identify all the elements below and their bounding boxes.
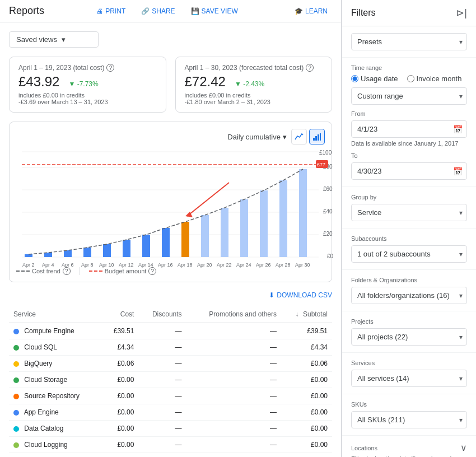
help-icon-card2[interactable]: ? (306, 64, 314, 72)
service-color-dot (13, 377, 19, 383)
time-range-label: Time range (351, 64, 467, 71)
svg-text:Apr 28: Apr 28 (276, 262, 291, 268)
share-button[interactable]: 🔗 SHARE (137, 5, 179, 17)
locations-section: Locations ∨ Filter by location data like… (342, 436, 476, 457)
cell-promotions: — (186, 372, 281, 388)
cell-service: BigQuery (9, 356, 102, 372)
share-icon: 🔗 (141, 7, 150, 15)
help-icon-card1[interactable]: ? (106, 64, 114, 72)
summary-card-actual: April 1 – 19, 2023 (total cost) ? £43.92… (9, 57, 166, 113)
cell-service: Cloud Storage (9, 372, 102, 388)
table-row: Source Repository £0.00 — — £0.00 (9, 388, 332, 404)
calendar-icon-to[interactable]: 📅 (453, 167, 463, 176)
cell-cost: £0.06 (102, 356, 138, 372)
help-icon-budget[interactable]: ? (148, 267, 156, 275)
cell-cost: £0.00 (102, 388, 138, 404)
service-color-dot (13, 442, 19, 448)
presets-select-wrapper: Presets (351, 33, 467, 50)
subaccounts-select[interactable]: 1 out of 2 subaccounts (351, 245, 467, 263)
svg-rect-23 (103, 244, 111, 257)
time-range-radio-group: Usage date Invoice month (351, 74, 467, 83)
invoice-month-radio-label[interactable]: Invoice month (407, 74, 462, 83)
cell-cost: £0.00 (102, 421, 138, 437)
svg-rect-30 (240, 199, 248, 257)
sort-down-icon[interactable]: ↓ (296, 310, 299, 318)
table-row: Compute Engine £39.51 — — £39.51 (9, 323, 332, 339)
locations-label: Locations (351, 445, 377, 451)
print-button[interactable]: 🖨 PRINT (92, 5, 130, 17)
table-header-row: Service Cost Discounts Promotions and ot… (9, 306, 332, 323)
locations-collapse-icon: ∨ (460, 442, 467, 453)
cell-subtotal: £0.00 (281, 372, 332, 388)
table-row: BigQuery £0.06 — — £0.06 (9, 356, 332, 372)
svg-text:Apr 12: Apr 12 (119, 262, 134, 268)
right-panel: Filters ⊳| Presets Time range Usage date… (342, 0, 476, 457)
calendar-icon-from[interactable]: 📅 (453, 125, 463, 134)
locations-collapsible-header[interactable]: Locations ∨ (351, 442, 467, 453)
legend-budget-amount: Budget amount ? (89, 267, 157, 275)
line-chart-button[interactable] (291, 129, 307, 144)
invoice-month-radio[interactable] (407, 75, 414, 82)
service-color-dot (13, 394, 19, 399)
folders-select-wrapper: All folders/organizations (16) (351, 287, 467, 304)
projects-select[interactable]: All projects (22) (351, 328, 467, 346)
table-row: Cloud SQL £4.34 — — £4.34 (9, 339, 332, 356)
table-row: Cloud Logging £0.00 — — £0.00 (9, 437, 332, 453)
chart-type-dropdown[interactable]: Daily cumulative ▾ (227, 133, 287, 141)
cell-promotions: — (186, 323, 281, 339)
folders-label: Folders & Organizations (351, 277, 467, 283)
cell-subtotal: £0.00 (281, 404, 332, 421)
custom-range-select[interactable]: Custom range (351, 87, 467, 105)
collapse-panel-button[interactable]: ⊳| (456, 7, 467, 19)
download-csv-button[interactable]: ⬇ DOWNLOAD CSV (269, 291, 332, 299)
svg-text:Apr 18: Apr 18 (178, 262, 193, 268)
learn-button[interactable]: 🎓 LEARN (290, 5, 332, 17)
svg-rect-31 (260, 190, 268, 257)
left-panel: Reports 🖨 PRINT 🔗 SHARE 💾 SAVE VIEW 🎓 LE… (0, 0, 342, 457)
cell-cost: £4.34 (102, 339, 138, 356)
svg-text:£60: £60 (323, 186, 333, 192)
svg-rect-33 (299, 169, 307, 257)
budget-amount-line-icon (89, 271, 102, 272)
down-arrow-icon: ▼ (68, 80, 75, 88)
service-color-dot (13, 410, 19, 416)
usage-date-radio-label[interactable]: Usage date (351, 74, 398, 83)
presets-select[interactable]: Presets (351, 33, 467, 50)
usage-date-radio[interactable] (351, 75, 358, 82)
cell-discounts: — (138, 421, 186, 437)
cell-discounts: — (138, 388, 186, 404)
svg-text:£77: £77 (317, 162, 325, 167)
filters-title: Filters (351, 8, 376, 18)
chart-area: Daily cumulative ▾ (9, 122, 332, 282)
save-view-button[interactable]: 💾 SAVE VIEW (186, 5, 242, 17)
saved-views-dropdown[interactable]: Saved views ▾ (9, 31, 99, 48)
skus-select[interactable]: All SKUs (211) (351, 411, 467, 428)
svg-rect-20 (44, 253, 52, 257)
help-icon-legend[interactable]: ? (63, 267, 71, 275)
group-by-select[interactable]: Service (351, 204, 467, 221)
table-row: App Engine £0.00 — — £0.00 (9, 404, 332, 421)
folders-select[interactable]: All folders/organizations (16) (351, 287, 467, 304)
cell-cost: £0.00 (102, 404, 138, 421)
cell-subtotal: £4.34 (281, 339, 332, 356)
cell-promotions: — (186, 404, 281, 421)
from-date-input[interactable] (351, 120, 467, 138)
svg-text:£20: £20 (323, 231, 333, 237)
table-row: Data Catalog £0.00 — — £0.00 (9, 421, 332, 437)
svg-text:Apr 2: Apr 2 (22, 262, 35, 268)
custom-range-select-wrapper: Custom range (351, 87, 467, 105)
data-table: Service Cost Discounts Promotions and ot… (9, 306, 332, 453)
to-date-input[interactable] (351, 162, 467, 180)
skus-label: SKUs (351, 401, 467, 408)
cell-cost: £0.00 (102, 372, 138, 388)
cell-subtotal: £0.00 (281, 421, 332, 437)
subaccounts-section: Subaccounts 1 out of 2 subaccounts (342, 228, 476, 270)
from-label: From (351, 110, 467, 117)
services-select[interactable]: All services (14) (351, 370, 467, 387)
cell-service: Source Repository (9, 388, 102, 404)
svg-text:£40: £40 (323, 208, 333, 214)
svg-text:Apr 10: Apr 10 (99, 262, 114, 268)
to-label: To (351, 152, 467, 159)
bar-chart-button[interactable] (309, 129, 325, 144)
svg-rect-21 (64, 250, 72, 257)
